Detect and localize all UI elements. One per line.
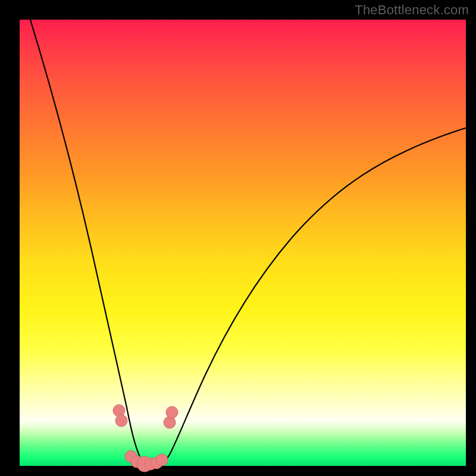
- svg-point-1: [115, 415, 127, 427]
- svg-point-7: [156, 454, 168, 466]
- curve-right-branch: [158, 128, 466, 465]
- trough-markers: [113, 405, 178, 472]
- chart-frame: TheBottleneck.com: [0, 0, 476, 476]
- svg-point-9: [166, 406, 178, 418]
- watermark-text: TheBottleneck.com: [355, 2, 469, 18]
- chart-svg-layer: [0, 0, 476, 476]
- curve-left-branch: [30, 18, 148, 465]
